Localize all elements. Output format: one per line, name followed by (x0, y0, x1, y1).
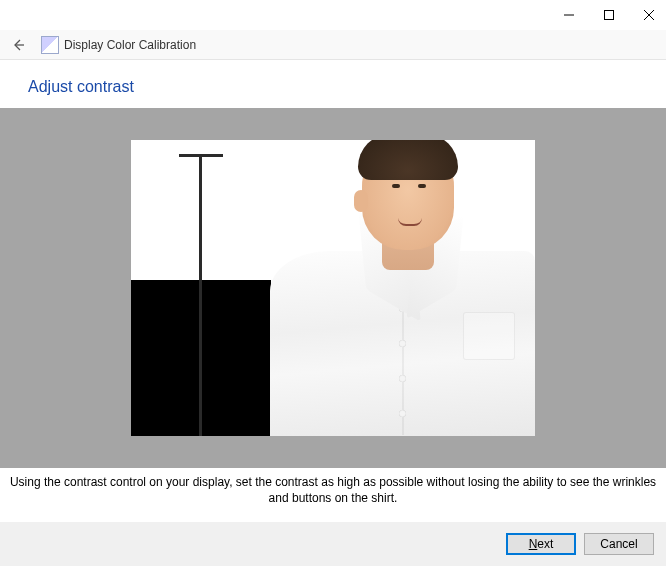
instruction-text: Using the contrast control on your displ… (0, 468, 666, 512)
wizard-footer: Next Cancel (0, 522, 666, 566)
contrast-reference-image (131, 140, 535, 436)
page-heading: Adjust contrast (0, 60, 666, 108)
content-area (0, 108, 666, 468)
maximize-button[interactable] (600, 6, 618, 24)
svg-rect-1 (605, 11, 614, 20)
close-button[interactable] (640, 6, 658, 24)
header-bar: Display Color Calibration (0, 30, 666, 60)
next-button[interactable]: Next (506, 533, 576, 555)
cancel-button[interactable]: Cancel (584, 533, 654, 555)
back-button[interactable] (8, 35, 28, 55)
app-title: Display Color Calibration (64, 38, 196, 52)
app-icon (42, 37, 58, 53)
minimize-button[interactable] (560, 6, 578, 24)
window-titlebar (0, 0, 666, 30)
